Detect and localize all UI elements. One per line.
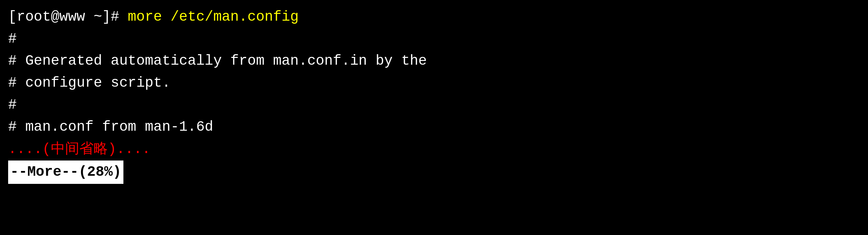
line-generated-text: # Generated automatically from man.conf.…	[8, 50, 427, 72]
command: more /etc/man.config	[128, 6, 299, 28]
terminal-window: [root@www ~]# more /etc/man.config # # G…	[0, 0, 868, 235]
line-generated: # Generated automatically from man.conf.…	[8, 50, 860, 72]
line-hash2: #	[8, 94, 860, 116]
line-manconf: # man.conf from man-1.6d	[8, 116, 860, 138]
line-hash2-text: #	[8, 94, 17, 116]
line-hash1: #	[8, 28, 860, 50]
line-omission: ....(中间省略)....	[8, 138, 860, 161]
line-hash1-text: #	[8, 28, 17, 50]
prompt: [root@www ~]#	[8, 6, 128, 28]
more-indicator: --More--(28%)	[8, 161, 123, 184]
line-manconf-text: # man.conf from man-1.6d	[8, 116, 213, 138]
line-omission-text: ....(中间省略)....	[8, 138, 151, 161]
line-configure: # configure script.	[8, 72, 860, 94]
line-configure-text: # configure script.	[8, 72, 171, 94]
more-indicator-line: --More--(28%)	[8, 161, 860, 184]
command-line: [root@www ~]# more /etc/man.config	[8, 6, 860, 28]
